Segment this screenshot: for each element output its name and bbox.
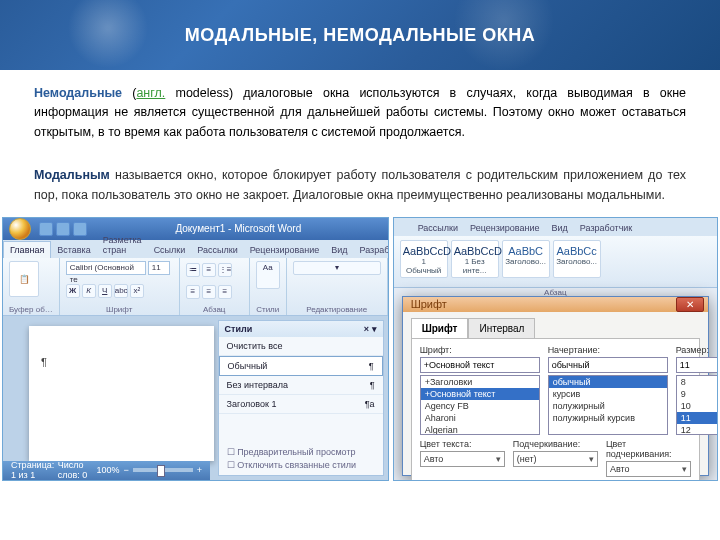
status-words: Число слов: 0 (58, 460, 97, 480)
window-titlebar: Документ1 - Microsoft Word (3, 218, 388, 240)
tab-references[interactable]: Ссылки (148, 242, 192, 258)
styles-clear[interactable]: Очистить все (219, 337, 383, 356)
styles-pane: Стили× ▾ Очистить все Обычный¶ Без интер… (218, 320, 384, 476)
font-label: Шрифт: (420, 345, 540, 355)
style-item[interactable]: Заголовок 1¶a (219, 395, 383, 414)
style-item[interactable]: Обычный¶ (219, 356, 383, 376)
group-label: Буфер об… (9, 305, 53, 314)
font-input[interactable] (420, 357, 540, 373)
dialog-title: Шрифт (411, 298, 447, 310)
paragraph-modal: Модальным называется окно, которое блоки… (0, 152, 720, 215)
term-modal: Модальным (34, 168, 110, 182)
group-font: Calibri (Основной те 11 Ж К Ч abc x² Шри… (60, 258, 180, 315)
slide-header: МОДАЛЬНЫЕ, НЕМОДАЛЬНЫЕ ОКНА (0, 0, 720, 70)
paste-icon[interactable]: 📋 (9, 261, 39, 297)
style-preview[interactable]: AaBbCcDc1 Без инте... (451, 240, 499, 278)
close-button[interactable]: ✕ (676, 297, 704, 312)
bullets-button[interactable]: ≔ (186, 263, 200, 277)
screenshot-word-modal: Рассылки Рецензирование Вид Разработчик … (393, 217, 718, 481)
strike-button[interactable]: abc (114, 284, 128, 298)
document-area: ¶ Стили× ▾ Очистить все Обычный¶ Без инт… (3, 316, 388, 480)
underline-combo[interactable]: (нет) (513, 451, 598, 467)
ribbon-tabs: Рассылки Рецензирование Вид Разработчик (394, 218, 717, 236)
group-label: Стили (256, 305, 280, 314)
editing-button[interactable]: ▾ (293, 261, 381, 275)
group-editing: ▾ Редактирование (287, 258, 388, 315)
tab-view[interactable]: Вид (325, 242, 353, 258)
numbering-button[interactable]: ≡ (202, 263, 216, 277)
italic-button[interactable]: К (82, 284, 96, 298)
style-listbox[interactable]: обычный курсив полужирный полужирный кур… (548, 375, 668, 435)
multilevel-button[interactable]: ⋮≡ (218, 263, 232, 277)
document-page[interactable]: ¶ (29, 326, 214, 461)
style-preview[interactable]: AaBbCcЗаголово... (553, 240, 601, 278)
dialog-titlebar: Шрифт ✕ (403, 297, 708, 312)
ribbon: 📋 Буфер об… Calibri (Основной те 11 Ж К … (3, 258, 388, 316)
text: ( (122, 86, 136, 100)
style-label: Начертание: (548, 345, 668, 355)
tab-insert[interactable]: Вставка (51, 242, 96, 258)
size-listbox[interactable]: 8 9 10 11 12 (676, 375, 718, 435)
tab-developer[interactable]: Разработчик (354, 242, 389, 258)
tab-review[interactable]: Рецензирование (244, 242, 326, 258)
font-name-select[interactable]: Calibri (Основной те (66, 261, 146, 275)
style-input[interactable] (548, 357, 668, 373)
tab-layout[interactable]: Разметка стран (97, 232, 148, 258)
group-label: Абзац (186, 305, 243, 314)
group-label: Редактирование (293, 305, 381, 314)
style-preview[interactable]: AaBbCЗаголово... (502, 240, 550, 278)
quick-access-toolbar[interactable] (39, 222, 87, 236)
align-center-button[interactable]: ≡ (202, 285, 216, 299)
tab-mailings[interactable]: Рассылки (412, 220, 464, 236)
tab-view[interactable]: Вид (546, 220, 574, 236)
pane-title: Стили (225, 324, 253, 334)
tab-home[interactable]: Главная (3, 241, 51, 258)
preview-checkbox[interactable]: Предварительный просмотр (227, 447, 375, 457)
size-label: Размер: (676, 345, 718, 355)
status-bar: Страница: 1 из 1 Число слов: 0 100%−+ (3, 461, 210, 480)
term-modeless: Немодальные (34, 86, 122, 100)
underline-label: Подчеркивание: (513, 439, 598, 449)
status-page: Страница: 1 из 1 (11, 460, 58, 480)
font-listbox[interactable]: +Заголовки +Основной текст Agency FB Aha… (420, 375, 540, 435)
dialog-tabs: Шрифт Интервал (403, 312, 708, 338)
screenshots-row: Документ1 - Microsoft Word Главная Встав… (0, 215, 720, 483)
size-input[interactable] (676, 357, 718, 373)
font-dialog: Шрифт ✕ Шрифт Интервал Шрифт: +Заголовки… (402, 296, 709, 476)
group-styles: Aa Стили (250, 258, 287, 315)
bold-button[interactable]: Ж (66, 284, 80, 298)
dialog-body: Шрифт: +Заголовки +Основной текст Agency… (411, 338, 700, 481)
font-size-select[interactable]: 11 (148, 261, 170, 275)
tab-review[interactable]: Рецензирование (464, 220, 546, 236)
group-clipboard: 📋 Буфер об… (3, 258, 60, 315)
align-left-button[interactable]: ≡ (186, 285, 200, 299)
super-button[interactable]: x² (130, 284, 144, 298)
underline-color-combo[interactable]: Авто (606, 461, 691, 477)
zoom-control[interactable]: 100%−+ (96, 465, 202, 475)
color-combo[interactable]: Авто (420, 451, 505, 467)
lang-link[interactable]: англ. (136, 86, 165, 100)
align-right-button[interactable]: ≡ (218, 285, 232, 299)
ribbon-styles: AaBbCcDc1 Обычный AaBbCcDc1 Без инте... … (394, 236, 717, 288)
style-item[interactable]: Без интервала¶ (219, 376, 383, 395)
color-label: Цвет текста: (420, 439, 505, 449)
group-paragraph: ≔≡⋮≡ ≡≡≡ Абзац (180, 258, 250, 315)
dialog-tab-font[interactable]: Шрифт (411, 318, 469, 338)
linked-checkbox[interactable]: Отключить связанные стили (227, 460, 375, 470)
screenshot-word-modeless: Документ1 - Microsoft Word Главная Встав… (2, 217, 389, 481)
paragraph-modeless: Немодальные (англ. modeless) диалоговые … (0, 70, 720, 152)
tab-developer[interactable]: Разработчик (574, 220, 638, 236)
office-orb-icon[interactable] (9, 218, 31, 240)
slide-title: МОДАЛЬНЫЕ, НЕМОДАЛЬНЫЕ ОКНА (185, 25, 535, 46)
underline-button[interactable]: Ч (98, 284, 112, 298)
dialog-tab-spacing[interactable]: Интервал (468, 318, 535, 338)
text: называется окно, которое блокирует работ… (34, 168, 686, 201)
style-preview[interactable]: AaBbCcDc1 Обычный (400, 240, 448, 278)
group-label: Шрифт (66, 305, 173, 314)
tab-mailings[interactable]: Рассылки (191, 242, 243, 258)
styles-button[interactable]: Aa (256, 261, 280, 289)
close-icon[interactable]: × ▾ (364, 324, 377, 334)
ribbon-tabs: Главная Вставка Разметка стран Ссылки Ра… (3, 240, 388, 258)
underline-color-label: Цвет подчеркивания: (606, 439, 691, 459)
